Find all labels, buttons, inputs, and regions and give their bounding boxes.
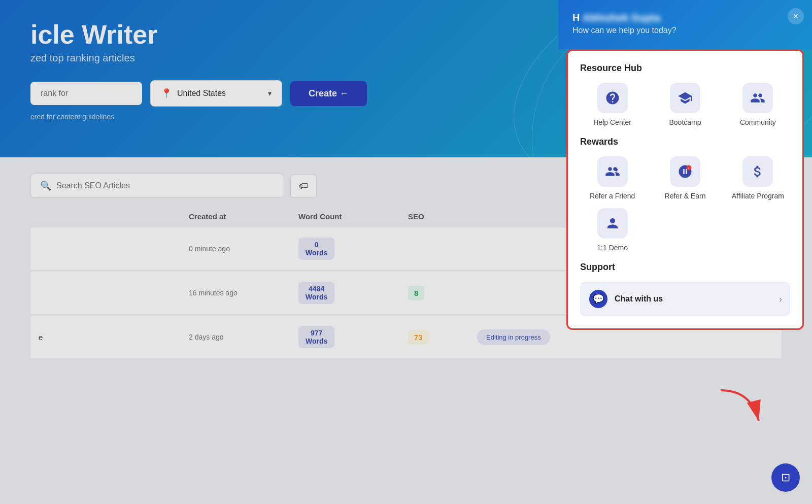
chat-close-button[interactable]: ×: [788, 8, 804, 24]
demo-label: 1:1 Demo: [597, 244, 628, 252]
graduation-icon: [678, 90, 693, 106]
refer-earn-label: Refer & Earn: [665, 192, 706, 200]
demo-icon-box: [597, 208, 628, 239]
fab-icon: ⊡: [781, 471, 790, 484]
affiliate-icon-box: [742, 156, 773, 187]
affiliate-label: Affiliate Program: [732, 192, 784, 200]
support-section: Support 💬 Chat with us ›: [580, 262, 790, 316]
community-icon-box: [742, 83, 773, 113]
fab-button[interactable]: ⊡: [771, 463, 800, 492]
help-center-icon-box: [597, 83, 628, 113]
affiliate-icon: [750, 164, 765, 179]
svg-text:↑: ↑: [687, 166, 689, 170]
resource-hub-grid: Help Center Bootcamp Community: [580, 83, 790, 126]
chat-header: × H Abhishek Gupta How can we help you t…: [558, 0, 812, 49]
chat-bubble-icon: 💬: [589, 290, 607, 308]
resource-item-affiliate[interactable]: Affiliate Program: [726, 156, 790, 200]
resource-card: Resource Hub Help Center Bootcamp: [566, 49, 804, 330]
question-icon: [605, 90, 620, 106]
chat-username: Abhishek Gupta: [583, 12, 660, 24]
red-arrow-indicator: [710, 385, 771, 438]
refer-friend-icon: [605, 164, 620, 179]
demo-icon: [605, 216, 620, 231]
bootcamp-icon-box: [670, 83, 700, 113]
bootcamp-label: Bootcamp: [669, 118, 701, 126]
resource-hub-title: Resource Hub: [580, 63, 790, 74]
community-icon: [750, 90, 765, 106]
rewards-title: Rewards: [580, 137, 790, 147]
resource-item-help-center[interactable]: Help Center: [580, 83, 645, 126]
chat-with-us-label: Chat with us: [615, 294, 663, 304]
help-center-label: Help Center: [593, 118, 631, 126]
resource-item-community[interactable]: Community: [726, 83, 790, 126]
resource-item-bootcamp[interactable]: Bootcamp: [653, 83, 717, 126]
refer-friend-icon-box: [597, 156, 628, 187]
chat-panel: × H Abhishek Gupta How can we help you t…: [558, 0, 812, 504]
refer-friend-label: Refer a Friend: [590, 192, 635, 200]
refer-earn-icon: ↑: [678, 164, 693, 179]
resource-item-refer-earn[interactable]: ↑ Refer & Earn: [653, 156, 717, 200]
resource-item-demo[interactable]: 1:1 Demo: [580, 208, 645, 252]
rewards-grid: Refer a Friend ↑ Refer & Earn: [580, 156, 790, 252]
chevron-right-icon: ›: [779, 294, 782, 305]
chat-help-text: How can we help you today?: [572, 26, 798, 35]
close-icon: ×: [793, 11, 799, 22]
chat-with-us-button[interactable]: 💬 Chat with us ›: [580, 282, 790, 316]
support-title: Support: [580, 262, 790, 273]
chat-greeting: H Abhishek Gupta: [572, 12, 798, 24]
resource-item-refer-friend[interactable]: Refer a Friend: [580, 156, 645, 200]
refer-earn-icon-box: ↑: [670, 156, 700, 187]
community-label: Community: [740, 118, 776, 126]
